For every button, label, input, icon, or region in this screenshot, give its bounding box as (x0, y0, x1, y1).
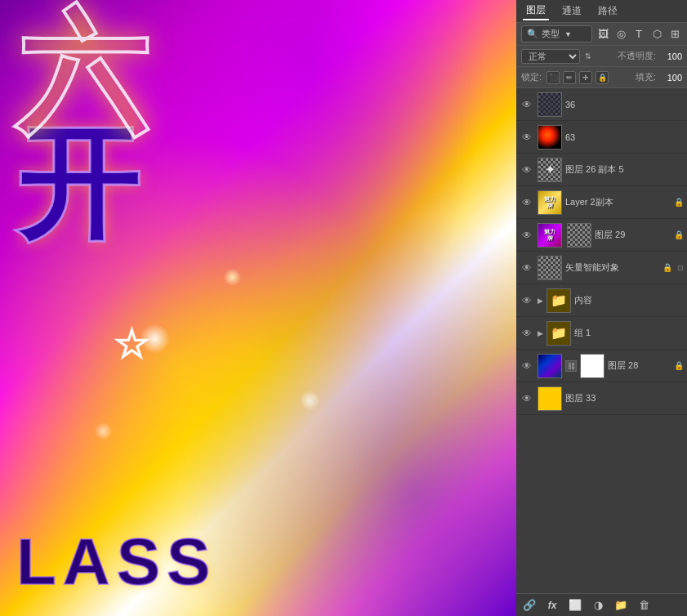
layer-name: 图层 28 (608, 359, 671, 372)
layer-thumbnail: 📁 (546, 321, 571, 346)
lock-all-btn[interactable]: 🔒 (596, 71, 609, 84)
layer-name: 图层 26 副本 5 (565, 163, 684, 176)
layer-thumbnail (538, 354, 562, 378)
layer-row[interactable]: 👁 63 (516, 121, 687, 154)
layer-row[interactable]: 👁 魅力牌 Layer 2副本 🔒 (516, 186, 687, 219)
visibility-icon[interactable]: 👁 (520, 163, 534, 177)
visibility-icon[interactable]: 👁 (520, 97, 534, 112)
link-icon[interactable]: 🔗 (521, 597, 538, 614)
visibility-icon[interactable]: 👁 (520, 359, 534, 373)
visibility-icon[interactable]: 👁 (520, 293, 534, 308)
layers-panel: 图层 通道 路径 🔍 类型 ▼ 🖼 ◎ T ⬡ ⊞ 正常 ⇅ 不透明度: 100… (516, 0, 687, 616)
star-decoration: ☆ (114, 320, 150, 368)
layer-thumbnail (538, 92, 562, 117)
lock-label: 锁定: (521, 71, 542, 83)
tab-layers[interactable]: 图层 (523, 2, 549, 20)
fill-value: 100 (661, 73, 682, 83)
layer-thumbnail: 魅力牌 (538, 223, 562, 248)
lock-position-btn[interactable]: ✛ (579, 71, 592, 84)
canvas-text: 六 开 (0, 0, 516, 616)
layer-thumbnail (538, 256, 562, 280)
panel-tab-bar: 图层 通道 路径 (516, 0, 687, 23)
canvas: 六 开 ☆ LASS (0, 0, 516, 616)
tab-channels[interactable]: 通道 (559, 2, 585, 20)
layer-name: 内容 (574, 294, 684, 306)
lock-icon: 🔒 (662, 263, 672, 272)
visibility-icon[interactable]: 👁 (520, 228, 534, 243)
search-icon: 🔍 (527, 29, 538, 39)
layer-name: 图层 29 (595, 229, 671, 241)
visibility-icon[interactable]: 👁 (520, 261, 534, 275)
layers-list: 👁 36 👁 63 👁 ✦ 图层 26 副本 5 👁 (516, 88, 687, 593)
chain-icon: ⛓ (565, 360, 577, 372)
layer-thumbnail (538, 125, 562, 150)
lock-pixels-btn[interactable]: ✏ (563, 71, 576, 84)
blend-opacity-row: 正常 ⇅ 不透明度: 100 (516, 46, 687, 67)
layer-row[interactable]: 👁 ▶ 📁 组 1 (516, 317, 687, 350)
search-type-label: 类型 (542, 28, 560, 40)
layer-name: 组 1 (574, 327, 684, 339)
filter-toolbar: 🔍 类型 ▼ 🖼 ◎ T ⬡ ⊞ (516, 23, 687, 46)
blend-mode-select[interactable]: 正常 (521, 49, 580, 64)
layer-name: 图层 33 (565, 392, 684, 404)
trash-icon[interactable]: 🗑 (636, 597, 652, 614)
layer-row[interactable]: 👁 魅力牌 图层 29 🔒 (516, 219, 687, 252)
layer-name: Layer 2副本 (565, 196, 671, 208)
layer-mask-thumbnail (580, 354, 604, 378)
new-folder-icon[interactable]: 📁 (613, 597, 629, 614)
visibility-icon[interactable]: 👁 (520, 130, 534, 145)
chevron-icon: ⇅ (585, 52, 591, 60)
layer-row[interactable]: 👁 矢量智能对象 🔒 ⊡ (516, 252, 687, 284)
layer-thumbnail: ✦ (538, 158, 562, 182)
opacity-value: 100 (661, 51, 682, 61)
visibility-icon[interactable]: 👁 (520, 326, 534, 341)
lock-transparent-btn[interactable]: ⬛ (546, 71, 560, 84)
lock-icons-group: ⬛ ✏ ✛ 🔒 (546, 71, 609, 84)
smart-object-icon: ⊡ (677, 264, 684, 272)
canvas-bottom-text: LASS (16, 524, 216, 600)
layer-row[interactable]: 👁 ✦ 图层 26 副本 5 (516, 154, 687, 186)
group-arrow-icon[interactable]: ▶ (538, 297, 543, 305)
lock-icon: 🔒 (674, 230, 684, 239)
lock-icon: 🔒 (674, 198, 684, 207)
visibility-icon[interactable]: 👁 (520, 195, 534, 210)
layer-row[interactable]: 👁 ⛓ 图层 28 🔒 (516, 350, 687, 382)
layer-name: 63 (565, 132, 684, 142)
chinese-text-top: 六 (16, 8, 143, 139)
bottom-toolbar: 🔗 fx ⬜ ◑ 📁 🗑 (516, 593, 687, 616)
smart-filter-icon[interactable]: ⊞ (667, 27, 682, 42)
fill-label: 填充: (636, 71, 656, 83)
fx-icon[interactable]: fx (544, 597, 560, 614)
adjustment-filter-icon[interactable]: ◎ (613, 27, 628, 42)
lock-icon: 🔒 (674, 361, 684, 370)
layer-mask-thumbnail (567, 223, 591, 248)
layer-row[interactable]: 👁 ▶ 📁 内容 (516, 284, 687, 317)
tab-paths[interactable]: 路径 (595, 2, 621, 20)
lock-fill-row: 锁定: ⬛ ✏ ✛ 🔒 填充: 100 (516, 67, 687, 88)
layer-thumbnail: 魅力牌 (538, 190, 562, 215)
layer-name: 36 (565, 100, 684, 109)
adjustment-icon[interactable]: ◑ (590, 597, 606, 614)
search-bar[interactable]: 🔍 类型 ▼ (521, 25, 592, 42)
layer-row[interactable]: 👁 图层 33 (516, 382, 687, 415)
shape-filter-icon[interactable]: ⬡ (649, 27, 664, 42)
visibility-icon[interactable]: 👁 (520, 391, 534, 406)
layer-row[interactable]: 👁 36 (516, 88, 687, 121)
image-filter-icon[interactable]: 🖼 (596, 27, 610, 42)
opacity-label: 不透明度: (618, 50, 656, 62)
layer-thumbnail: 📁 (546, 288, 571, 313)
group-arrow-icon[interactable]: ▶ (538, 329, 543, 337)
chevron-down-icon: ▼ (564, 30, 572, 38)
mask-icon[interactable]: ⬜ (567, 597, 583, 614)
layer-name: 矢量智能对象 (565, 261, 659, 274)
layer-thumbnail (538, 386, 562, 411)
text-filter-icon[interactable]: T (631, 27, 646, 42)
